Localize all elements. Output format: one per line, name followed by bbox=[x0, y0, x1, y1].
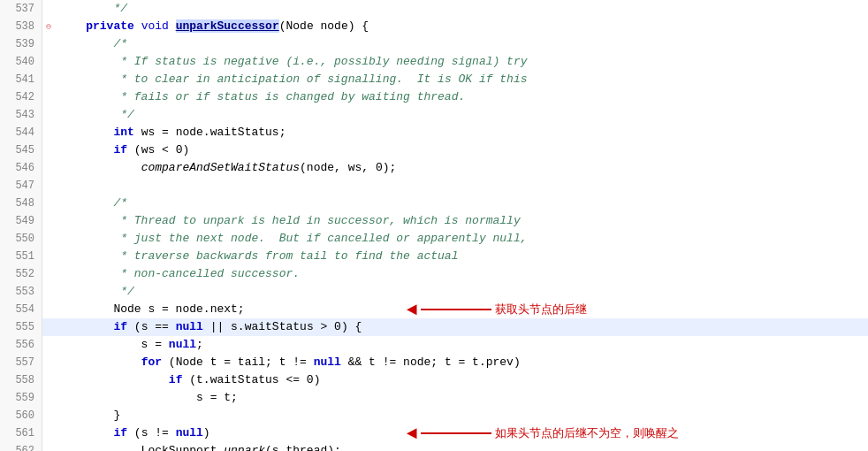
code-line: 549 * Thread to unpark is held in succes… bbox=[0, 212, 868, 230]
code-line: 551 * traverse backwards from tail to fi… bbox=[0, 248, 868, 265]
code-content: LockSupport.unpark(s.thread); bbox=[55, 442, 868, 451]
code-line: 562 LockSupport.unpark(s.thread); bbox=[0, 442, 868, 451]
line-number: 555 bbox=[0, 318, 42, 336]
code-line: 540 * If status is negative (i.e., possi… bbox=[0, 53, 868, 71]
line-number: 553 bbox=[0, 283, 42, 301]
code-content: if (t.waitStatus <= 0) bbox=[55, 371, 868, 389]
code-line: 538⊖ private void unparkSuccessor(Node n… bbox=[0, 18, 868, 35]
line-number: 539 bbox=[0, 35, 42, 53]
code-content: * to clear in anticipation of signalling… bbox=[55, 71, 868, 88]
code-line: 546 compareAndSetWaitStatus(node, ws, 0)… bbox=[0, 159, 868, 177]
line-number: 543 bbox=[0, 106, 42, 124]
code-line: 554 Node s = node.next;◄获取头节点的后继 bbox=[0, 301, 868, 318]
code-content: */ bbox=[55, 106, 868, 124]
code-content: compareAndSetWaitStatus(node, ws, 0); bbox=[55, 159, 868, 177]
code-line: 553 */ bbox=[0, 283, 868, 301]
line-number: 546 bbox=[0, 159, 42, 177]
code-line: 559 s = t; bbox=[0, 389, 868, 407]
code-line: 544 int ws = node.waitStatus; bbox=[0, 124, 868, 141]
code-line: 561 if (s != null)◄如果头节点的后继不为空，则唤醒之 bbox=[0, 424, 868, 442]
line-number: 558 bbox=[0, 371, 42, 389]
line-number: 554 bbox=[0, 301, 42, 318]
code-line: 560 } bbox=[0, 407, 868, 424]
line-number: 556 bbox=[0, 336, 42, 354]
code-line: 550 * just the next node. But if cancell… bbox=[0, 230, 868, 248]
line-number: 542 bbox=[0, 88, 42, 106]
code-line: 542 * fails or if status is changed by w… bbox=[0, 88, 868, 106]
code-line: 539 /* bbox=[0, 35, 868, 53]
line-number: 541 bbox=[0, 71, 42, 88]
code-content: Node s = node.next; bbox=[55, 301, 868, 318]
code-content: s = null; bbox=[55, 336, 868, 354]
code-line: 557 for (Node t = tail; t != null && t !… bbox=[0, 354, 868, 371]
code-line: 548 /* bbox=[0, 195, 868, 212]
line-number: 552 bbox=[0, 265, 42, 283]
line-number: 549 bbox=[0, 212, 42, 230]
code-line: 547 bbox=[0, 177, 868, 195]
code-content: int ws = node.waitStatus; bbox=[55, 124, 868, 141]
code-content: */ bbox=[55, 283, 868, 301]
code-content: for (Node t = tail; t != null && t != no… bbox=[55, 354, 868, 371]
line-number: 547 bbox=[0, 177, 42, 195]
line-number: 557 bbox=[0, 354, 42, 371]
code-content: */ bbox=[55, 0, 868, 18]
code-content: if (ws < 0) bbox=[55, 141, 868, 159]
line-number: 559 bbox=[0, 389, 42, 407]
code-content: * Thread to unpark is held in successor,… bbox=[55, 212, 868, 230]
code-content: /* bbox=[55, 195, 868, 212]
code-content: s = t; bbox=[55, 389, 868, 407]
line-number: 544 bbox=[0, 124, 42, 141]
line-number: 537 bbox=[0, 0, 42, 18]
code-line: 555 if (s == null || s.waitStatus > 0) { bbox=[0, 318, 868, 336]
line-number: 545 bbox=[0, 141, 42, 159]
line-number: 562 bbox=[0, 442, 42, 451]
code-content: * just the next node. But if cancelled o… bbox=[55, 230, 868, 248]
line-number: 561 bbox=[0, 424, 42, 442]
code-line: 537 */ bbox=[0, 0, 868, 18]
code-line: 556 s = null; bbox=[0, 336, 868, 354]
line-number: 538 bbox=[0, 18, 42, 35]
line-dot: ⊖ bbox=[42, 21, 55, 32]
code-line: 545 if (ws < 0) bbox=[0, 141, 868, 159]
line-number: 550 bbox=[0, 230, 42, 248]
line-number: 551 bbox=[0, 248, 42, 265]
code-line: 543 */ bbox=[0, 106, 868, 124]
code-line: 552 * non-cancelled successor. bbox=[0, 265, 868, 283]
code-content: if (s == null || s.waitStatus > 0) { bbox=[55, 318, 868, 336]
line-number: 540 bbox=[0, 53, 42, 71]
code-editor: 537 */538⊖ private void unparkSuccessor(… bbox=[0, 0, 868, 451]
code-content: * traverse backwards from tail to find t… bbox=[55, 248, 868, 265]
code-line: 541 * to clear in anticipation of signal… bbox=[0, 71, 868, 88]
code-content: * fails or if status is changed by waiti… bbox=[55, 88, 868, 106]
code-content: /* bbox=[55, 35, 868, 53]
code-line: 558 if (t.waitStatus <= 0) bbox=[0, 371, 868, 389]
code-content: } bbox=[55, 407, 868, 424]
code-content: private void unparkSuccessor(Node node) … bbox=[55, 18, 868, 35]
code-content: * If status is negative (i.e., possibly … bbox=[55, 53, 868, 71]
code-content: if (s != null) bbox=[55, 424, 868, 442]
line-number: 548 bbox=[0, 195, 42, 212]
code-content: * non-cancelled successor. bbox=[55, 265, 868, 283]
line-number: 560 bbox=[0, 407, 42, 424]
